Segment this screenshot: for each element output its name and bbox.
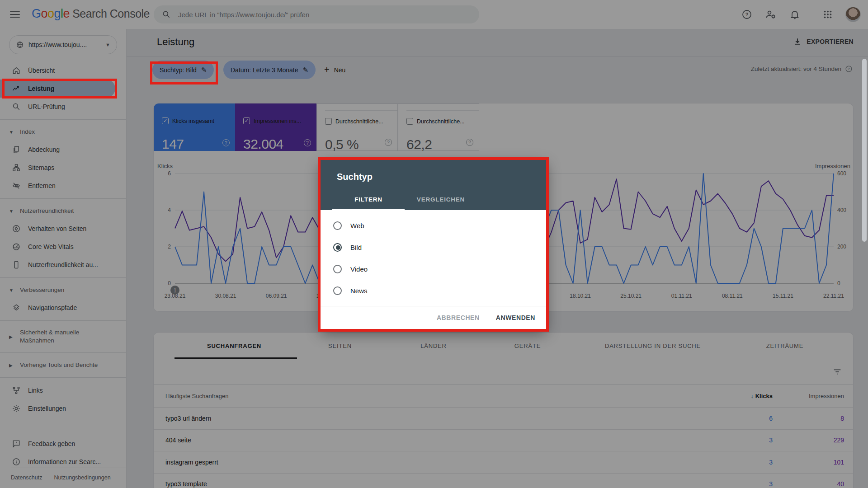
radio-option-news[interactable]: News bbox=[321, 280, 546, 301]
dialog-tab-vergleichen[interactable]: VERGLEICHEN bbox=[405, 188, 477, 210]
page-scrollbar[interactable] bbox=[862, 59, 867, 242]
radio-label: News bbox=[350, 287, 368, 295]
suchtyp-dialog: Suchtyp FILTERNVERGLEICHEN WebBildVideoN… bbox=[321, 160, 546, 329]
radio-label: Web bbox=[350, 222, 364, 230]
cancel-button[interactable]: ABBRECHEN bbox=[437, 314, 480, 321]
radio-label: Video bbox=[350, 265, 368, 273]
radio-option-web[interactable]: Web bbox=[321, 215, 546, 236]
radio-label: Bild bbox=[350, 244, 362, 251]
apply-button[interactable]: ANWENDEN bbox=[496, 314, 535, 321]
radio-option-video[interactable]: Video bbox=[321, 258, 546, 280]
dialog-header: Suchtyp FILTERNVERGLEICHEN bbox=[321, 160, 546, 210]
dialog-tab-filtern[interactable]: FILTERN bbox=[332, 188, 405, 210]
dialog-options: WebBildVideoNews bbox=[321, 210, 546, 306]
dialog-title: Suchtyp bbox=[337, 172, 373, 182]
dialog-footer: ABBRECHEN ANWENDEN bbox=[321, 306, 546, 329]
radio-icon[interactable] bbox=[333, 221, 342, 230]
dialog-active-tab-underline bbox=[332, 209, 405, 210]
radio-option-bild[interactable]: Bild bbox=[321, 236, 546, 258]
radio-icon[interactable] bbox=[333, 286, 342, 295]
radio-icon[interactable] bbox=[333, 265, 342, 273]
radio-selected-icon[interactable] bbox=[333, 243, 342, 252]
